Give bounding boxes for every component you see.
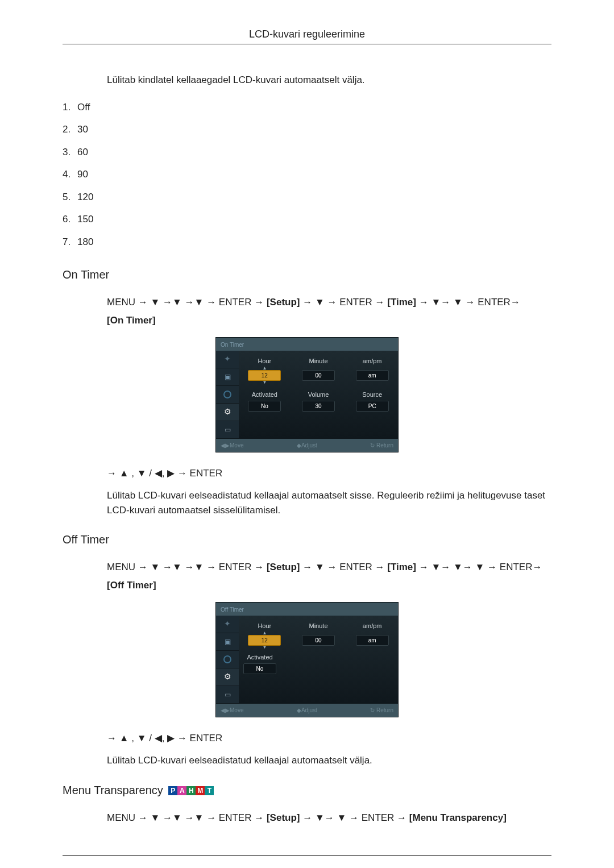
menu-path-ontimer: MENU → ▼ →▼ →▼ → ENTER → [Setup] → ▼ → E… xyxy=(107,293,551,330)
osd-content: Hour ▲ 12 ▼ Minute 00 am/pm xyxy=(239,616,398,704)
footer-move: ◀▶Move xyxy=(221,441,243,450)
osd-title: On Timer xyxy=(216,338,398,351)
setup-icon: ⚙ xyxy=(216,404,239,421)
option-number: 7. xyxy=(63,235,77,250)
osd-footer: ◀▶Move ◆Adjust ↻ Return xyxy=(216,704,398,717)
badge-p-icon: P xyxy=(168,786,177,795)
path-setup: [Setup] xyxy=(267,297,300,308)
path-setup: [Setup] xyxy=(267,562,300,572)
option-number: 3. xyxy=(63,145,77,160)
section-heading-ontimer: On Timer xyxy=(63,266,551,283)
label-hour: Hour xyxy=(243,621,286,631)
value-activated: No xyxy=(243,663,276,674)
value-source: PC xyxy=(356,401,389,412)
osd-content: Hour ▲ 12 ▼ Minute 00 am/pm xyxy=(239,351,398,439)
value-volume: 30 xyxy=(302,401,335,412)
option-value: 90 xyxy=(77,169,88,180)
list-item: 4.90 xyxy=(63,167,551,182)
label-activated: Activated xyxy=(243,653,276,662)
osd-footer: ◀▶Move ◆Adjust ↻ Return xyxy=(216,439,398,452)
list-item: 3.60 xyxy=(63,145,551,160)
path-segment: → ▼→ ▼ → ENTER → xyxy=(302,812,409,823)
path-segment: → ▼→ ▼→ ▼ → ENTER→ xyxy=(419,562,542,572)
path-segment: MENU → ▼ →▼ →▼ → ENTER → xyxy=(107,562,267,572)
badge-row: P A H M T xyxy=(168,786,214,795)
menu-path-offtimer: MENU → ▼ →▼ →▼ → ENTER → [Setup] → ▼ → E… xyxy=(107,558,551,595)
path-last: [Menu Transparency] xyxy=(409,812,507,823)
input-icon: ▣ xyxy=(216,368,239,386)
option-value: 150 xyxy=(77,214,93,225)
path-segment: MENU → ▼ →▼ →▼ → ENTER → xyxy=(107,297,267,308)
page-header: LCD-kuvari reguleerimine xyxy=(63,28,551,44)
options-list: 1.Off 2.30 3.60 4.90 5.120 6.150 7.180 xyxy=(63,100,551,250)
menu-path-menutrans: MENU → ▼ →▼ →▼ → ENTER → [Setup] → ▼→ ▼ … xyxy=(107,809,551,827)
option-number: 2. xyxy=(63,122,77,137)
path-last: [Off Timer] xyxy=(107,580,156,591)
option-number: 4. xyxy=(63,167,77,182)
footer-adjust: ◆Adjust xyxy=(297,706,317,715)
picture-icon: ✦ xyxy=(216,616,239,633)
badge-m-icon: M xyxy=(196,786,205,795)
input-icon: ▣ xyxy=(216,633,239,651)
osd-screenshot-ontimer: On Timer ✦ ▣ ⚙ ▭ Hour ▲ xyxy=(63,337,551,452)
picture-icon: ✦ xyxy=(216,351,239,368)
path-last: [On Timer] xyxy=(107,315,156,326)
description-offtimer: Lülitab LCD-kuvari eelseadistatud kellaa… xyxy=(107,753,551,768)
path-segment: MENU → ▼ →▼ →▼ → ENTER → xyxy=(107,812,267,823)
path-setup: [Setup] xyxy=(267,812,300,823)
option-value: 30 xyxy=(77,124,88,135)
osd-sidebar: ✦ ▣ ⚙ ▭ xyxy=(216,616,239,704)
osd-title: Off Timer xyxy=(216,603,398,616)
osd-screenshot-offtimer: Off Timer ✦ ▣ ⚙ ▭ Hour ▲ xyxy=(63,602,551,717)
description-ontimer: Lülitab LCD-kuvari eelseadistatud kellaa… xyxy=(107,488,551,517)
multi-icon: ▭ xyxy=(216,686,239,704)
section-heading-offtimer: Off Timer xyxy=(63,531,551,548)
sound-icon xyxy=(216,651,239,668)
label-activated: Activated xyxy=(243,390,286,400)
osd-sidebar: ✦ ▣ ⚙ ▭ xyxy=(216,351,239,439)
label-minute: Minute xyxy=(297,621,340,631)
path-time: [Time] xyxy=(387,297,416,308)
label-source: Source xyxy=(351,390,393,400)
value-activated: No xyxy=(248,401,281,412)
footer-rule xyxy=(63,855,551,856)
path-time: [Time] xyxy=(387,562,416,572)
list-item: 5.120 xyxy=(63,190,551,205)
osd-window: On Timer ✦ ▣ ⚙ ▭ Hour ▲ xyxy=(215,337,399,452)
path-segment: → ▼→ ▼ → ENTER→ xyxy=(419,297,520,308)
option-value: Off xyxy=(77,102,90,113)
label-volume: Volume xyxy=(297,390,340,400)
heading-text: Menu Transparency xyxy=(63,784,163,796)
multi-icon: ▭ xyxy=(216,421,239,439)
label-minute: Minute xyxy=(297,356,340,366)
list-item: 2.30 xyxy=(63,122,551,137)
label-ampm: am/pm xyxy=(351,356,393,366)
label-hour: Hour xyxy=(243,356,286,366)
badge-a-icon: A xyxy=(177,786,186,795)
footer-return: ↻ Return xyxy=(370,706,393,715)
arrow-down-icon: ▼ xyxy=(243,646,286,649)
list-item: 7.180 xyxy=(63,235,551,250)
osd-window: Off Timer ✦ ▣ ⚙ ▭ Hour ▲ xyxy=(215,602,399,717)
badge-t-icon: T xyxy=(205,786,214,795)
value-minute: 00 xyxy=(302,635,335,646)
option-number: 5. xyxy=(63,190,77,205)
value-minute: 00 xyxy=(302,370,335,381)
option-number: 1. xyxy=(63,100,77,115)
nav-hint-offtimer: → ▲ , ▼ / ◀, ▶ → ENTER xyxy=(107,731,551,746)
value-ampm: am xyxy=(356,635,389,646)
footer-return: ↻ Return xyxy=(370,441,393,450)
intro-text: Lülitab kindlatel kellaaegadel LCD-kuvar… xyxy=(107,73,551,88)
list-item: 6.150 xyxy=(63,212,551,227)
section-heading-menutrans: Menu Transparency P A H M T xyxy=(63,782,551,799)
label-ampm: am/pm xyxy=(351,621,393,631)
path-segment: → ▼ → ENTER → xyxy=(302,297,387,308)
path-segment: → ▼ → ENTER → xyxy=(302,562,387,572)
nav-hint-ontimer: → ▲ , ▼ / ◀, ▶ → ENTER xyxy=(107,466,551,481)
setup-icon: ⚙ xyxy=(216,668,239,686)
body: Lülitab kindlatel kellaaegadel LCD-kuvar… xyxy=(63,73,551,827)
footer-adjust: ◆Adjust xyxy=(297,441,317,450)
arrow-down-icon: ▼ xyxy=(243,381,286,384)
badge-h-icon: H xyxy=(186,786,196,795)
page: LCD-kuvari reguleerimine Lülitab kindlat… xyxy=(0,0,614,868)
